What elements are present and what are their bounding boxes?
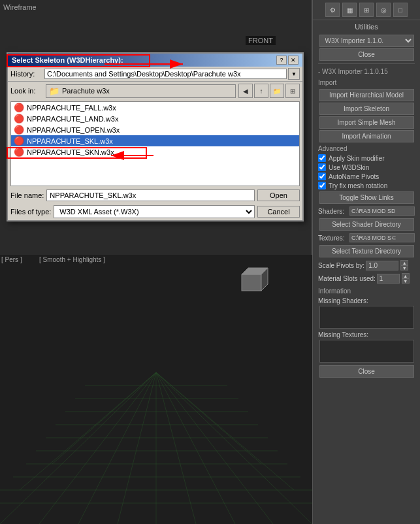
missing-textures-box [319, 340, 414, 363]
pers-label: [ Pers ] [1, 256, 22, 263]
dialog-controls: ? ✕ [276, 56, 299, 65]
material-spinner: ▲ ▼ [402, 273, 410, 284]
material-label: Material Slots used: [318, 275, 376, 282]
file-name-3: NPPARACHUTE_OPEN.w3x [27, 126, 120, 134]
file-item-2[interactable]: 🔴 NPPARACHUTE_LAND.w3x [11, 113, 299, 124]
dialog-help-button[interactable]: ? [276, 56, 287, 65]
panel-icon-5[interactable]: □ [393, 3, 408, 17]
import-hierarchical-button[interactable]: Import Hierarchical Model [319, 89, 414, 101]
import-label: Import [313, 78, 420, 88]
file-name-2: NPPARACHUTE_LAND.w3x [27, 115, 118, 123]
textures-label: Textures: [318, 235, 347, 242]
filetype-row: Files of type: W3D XML Asset (*.W3X) Can… [8, 203, 302, 220]
filename-input[interactable] [46, 189, 255, 201]
new-folder-btn[interactable]: 📁 [270, 84, 284, 98]
version-dropdown[interactable]: W3X Importer 1.1.0. [319, 35, 414, 47]
import-skeleton-button[interactable]: Import Skeleton [319, 103, 414, 115]
file-icon-2: 🔴 [14, 114, 24, 123]
import-simple-button[interactable]: Import Simple Mesh [319, 116, 414, 129]
material-up-btn[interactable]: ▲ [402, 273, 410, 278]
material-input[interactable] [377, 274, 400, 284]
back-btn[interactable]: ◀ [238, 84, 253, 98]
smooth-label: [ Smooth + Highlights ] [39, 256, 105, 263]
import-animation-button[interactable]: Import Animation [319, 130, 414, 142]
filename-row: File name: Open [8, 188, 302, 203]
file-item-1[interactable]: 🔴 NPPARACHUTE_FALL.w3x [11, 102, 299, 113]
use-w3dskin-label: Use W3DSkin [329, 164, 369, 171]
scale-down-btn[interactable]: ▼ [400, 265, 408, 270]
lookin-box[interactable]: 📁 Parachute w3x [46, 84, 236, 98]
file-item-3[interactable]: 🔴 NPPARACHUTE_OPEN.w3x [11, 124, 299, 135]
advanced-label: Advanced [313, 144, 420, 154]
toggle-links-button[interactable]: Toggle Show Links [319, 191, 414, 204]
lookin-row: Look in: 📁 Parachute w3x ◀ ↑ 📁 ⊞ [8, 82, 302, 100]
apply-skin-row: Apply Skin modifier [313, 154, 420, 163]
fix-mesh-row: Try fix mesh rotation [313, 181, 420, 190]
dialog-titlebar: Select Skeleton (W3DHierarchy): ? ✕ [8, 54, 302, 67]
file-icon-1: 🔴 [14, 103, 24, 112]
importer-section-header: - W3X Importer 1.1.0.15 [313, 67, 420, 76]
bottom-viewport: [ Pers ] [ Smooth + Highlights ] [0, 255, 312, 524]
apply-skin-label: Apply Skin modifier [329, 155, 385, 162]
select-shader-button[interactable]: Select Shader Directory [319, 218, 414, 231]
shaders-value: C:\RA3 MOD SD [349, 206, 415, 216]
file-list[interactable]: 🔴 NPPARACHUTE_FALL.w3x 🔴 NPPARACHUTE_LAN… [10, 101, 300, 186]
divider-1 [318, 63, 415, 64]
material-down-btn[interactable]: ▼ [402, 278, 410, 284]
close-bottom-button[interactable]: Close [319, 365, 414, 378]
panel-icon-4[interactable]: ◎ [376, 3, 391, 17]
fix-mesh-checkbox[interactable] [318, 182, 326, 189]
right-panel: ⚙ ▦ ⊞ ◎ □ Utilities W3X Importer 1.1.0. … [312, 0, 420, 524]
scale-input[interactable] [366, 261, 398, 270]
scale-spinner: ▲ ▼ [400, 260, 408, 270]
panel-icons-row: ⚙ ▦ ⊞ ◎ □ [313, 0, 420, 20]
cancel-button[interactable]: Cancel [257, 206, 300, 218]
file-item-5[interactable]: 🔴 NPPARACHUTE_SKN.w3x [11, 146, 299, 157]
utilities-title: Utilities [313, 20, 420, 33]
close-top-button[interactable]: Close [319, 48, 414, 61]
svg-rect-24 [242, 274, 261, 291]
view-btn[interactable]: ⊞ [285, 84, 300, 98]
lookin-label: Look in: [10, 87, 43, 95]
use-w3dskin-row: Use W3DSkin [313, 163, 420, 172]
up-btn[interactable]: ↑ [254, 84, 268, 98]
file-icon-4: 🔴 [14, 136, 24, 146]
use-w3dskin-checkbox[interactable] [318, 163, 326, 171]
history-row: History: ▼ [8, 67, 302, 82]
panel-icon-2[interactable]: ▦ [342, 3, 357, 17]
panel-icon-1[interactable]: ⚙ [325, 3, 340, 17]
scale-up-btn[interactable]: ▲ [400, 260, 408, 265]
autoname-checkbox[interactable] [318, 172, 326, 180]
history-input[interactable] [44, 69, 287, 79]
file-icon-3: 🔴 [14, 125, 24, 135]
open-button[interactable]: Open [257, 189, 300, 201]
dialog-title: Select Skeleton (W3DHierarchy): [12, 56, 123, 64]
shaders-row: Shaders: C:\RA3 MOD SD [313, 205, 420, 217]
panel-icon-3[interactable]: ⊞ [359, 3, 374, 17]
front-label: FRONT [246, 36, 276, 45]
folder-icon: 📁 [49, 86, 59, 96]
filetype-select[interactable]: W3D XML Asset (*.W3X) [54, 205, 255, 218]
autoname-label: AutoName Pivots [329, 173, 379, 180]
apply-skin-checkbox[interactable] [318, 154, 326, 162]
viewport-grid-svg [0, 255, 312, 524]
scale-row: Scale Pivots by: ▲ ▼ [313, 259, 420, 272]
missing-shaders-label: Missing Shaders: [313, 296, 420, 304]
history-label: History: [10, 70, 43, 78]
file-item-4[interactable]: 🔴 NPPARACHUTE_SKL.w3x [11, 135, 299, 146]
textures-value: C:\RA3 MOD S⊂ [349, 233, 415, 242]
viewport-label: Wireframe [3, 3, 37, 11]
autoname-row: AutoName Pivots [313, 172, 420, 181]
dialog-close-button[interactable]: ✕ [288, 56, 299, 65]
missing-textures-label: Missing Textures: [313, 330, 420, 338]
fix-mesh-label: Try fix mesh rotation [329, 182, 387, 189]
scale-label: Scale Pivots by: [318, 262, 364, 269]
dialog-title-text: Select Skeleton (W3DHierarchy): [12, 56, 123, 64]
material-row: Material Slots used: ▲ ▼ [313, 272, 420, 285]
history-dropdown-btn[interactable]: ▼ [288, 68, 300, 80]
lookin-value: Parachute w3x [62, 87, 110, 95]
file-name-4: NPPARACHUTE_SKL.w3x [27, 137, 113, 145]
select-texture-button[interactable]: Select Texture Directory [319, 245, 414, 257]
file-name-5: NPPARACHUTE_SKN.w3x [27, 148, 114, 156]
filetype-label: Files of type: [10, 208, 51, 216]
